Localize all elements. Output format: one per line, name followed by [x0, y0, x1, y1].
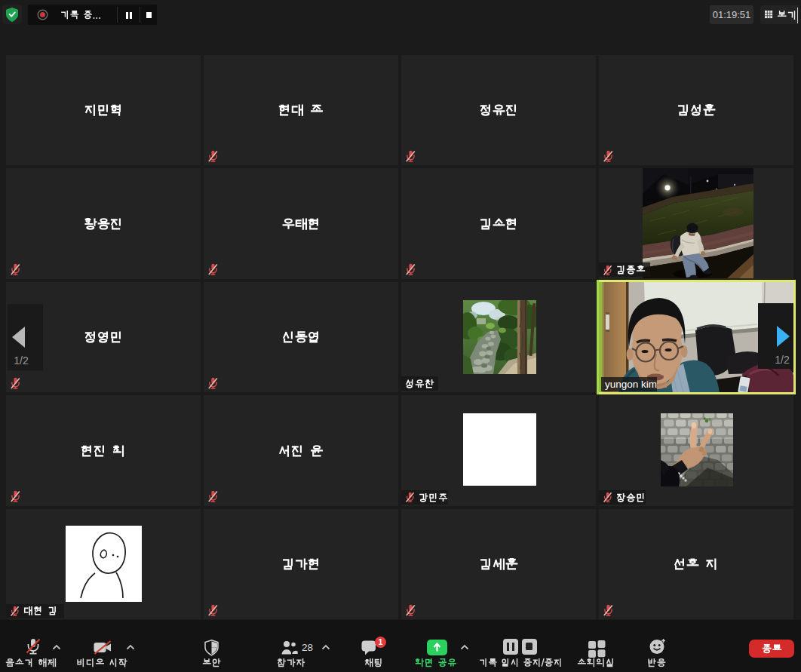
svg-text:1/2: 1/2 [14, 354, 29, 367]
svg-text:1/2: 1/2 [775, 354, 790, 366]
